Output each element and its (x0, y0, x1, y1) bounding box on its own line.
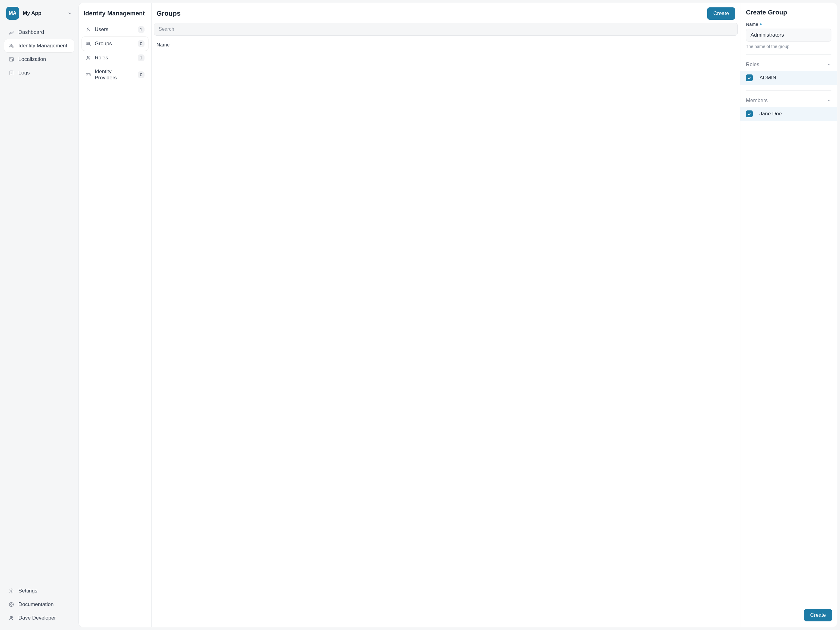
name-help: The name of the group (746, 44, 831, 49)
list-title: Groups (156, 9, 180, 17)
idp-icon (85, 72, 91, 78)
subnav-item-roles[interactable]: Roles 1 (82, 51, 148, 65)
count-badge: 1 (138, 26, 145, 33)
svg-rect-13 (86, 73, 90, 76)
required-indicator (760, 24, 762, 25)
app-logo: MA (6, 7, 19, 20)
subnav-item-groups[interactable]: Groups 0 (82, 36, 148, 51)
form-column: Create Group Name The name of the group … (741, 3, 837, 627)
subnav-item-users[interactable]: Users 1 (82, 22, 148, 36)
sidebar-item-identity-management[interactable]: Identity Management (4, 40, 74, 52)
submit-button[interactable]: Create (804, 609, 832, 621)
svg-point-5 (9, 602, 14, 606)
svg-point-10 (87, 43, 88, 44)
subnav-title: Identity Management (82, 7, 148, 22)
role-name: ADMIN (759, 75, 776, 81)
chevron-down-icon (827, 62, 831, 67)
sidebar-item-localization[interactable]: Localization (4, 53, 74, 66)
form-title: Create Group (741, 3, 837, 22)
sidebar-item-label: Documentation (19, 602, 54, 608)
roles-label: Roles (746, 62, 759, 68)
member-checkbox[interactable] (746, 111, 753, 117)
sidebar-item-settings[interactable]: Settings (4, 584, 74, 597)
group-icon (85, 41, 91, 46)
subnav-item-label: Users (95, 27, 134, 33)
members-section-header[interactable]: Members (741, 96, 837, 107)
svg-point-14 (87, 74, 88, 75)
table-header-name: Name (152, 38, 740, 52)
sidebar-item-label: Localization (19, 56, 46, 62)
sidebar-item-label: Settings (19, 588, 37, 594)
member-name: Jane Doe (759, 111, 782, 117)
subnav: Identity Management Users 1 Groups 0 Rol… (79, 3, 152, 627)
sidebar: MA My App Dashboard Identity Management … (0, 0, 78, 630)
divider (746, 90, 831, 91)
role-icon (85, 55, 91, 60)
main-card: Identity Management Users 1 Groups 0 Rol… (78, 3, 837, 627)
subnav-item-label: Groups (95, 41, 134, 47)
count-badge: 0 (138, 71, 145, 78)
svg-point-12 (87, 56, 89, 57)
check-icon (747, 76, 752, 80)
sidebar-item-dashboard[interactable]: Dashboard (4, 26, 74, 39)
logs-icon (9, 70, 14, 76)
name-label: Name (746, 22, 831, 27)
sidebar-item-logs[interactable]: Logs (4, 66, 74, 79)
svg-point-7 (10, 616, 12, 618)
sidebar-item-current-user[interactable]: Dave Developer (4, 611, 74, 624)
svg-point-0 (10, 44, 11, 46)
members-label: Members (746, 98, 768, 104)
chevron-down-icon (827, 98, 831, 103)
svg-point-1 (12, 44, 13, 45)
primary-nav: Dashboard Identity Management Localizati… (4, 26, 74, 79)
count-badge: 0 (138, 40, 145, 47)
user-icon (85, 27, 91, 32)
users-icon (9, 43, 14, 49)
sidebar-item-label: Dave Developer (19, 615, 56, 621)
list-header: Groups Create (152, 3, 740, 23)
gear-icon (9, 588, 14, 594)
member-row[interactable]: Jane Doe (741, 107, 837, 121)
subnav-item-identity-providers[interactable]: Identity Providers 0 (82, 65, 148, 85)
sidebar-item-label: Logs (19, 70, 30, 76)
svg-point-11 (88, 43, 90, 44)
dashboard-icon (9, 30, 14, 35)
svg-point-4 (11, 590, 12, 592)
app-name: My App (23, 10, 64, 16)
sidebar-item-documentation[interactable]: Documentation (4, 598, 74, 611)
name-label-text: Name (746, 22, 758, 27)
svg-point-9 (87, 28, 89, 29)
subnav-item-label: Roles (95, 55, 134, 61)
localization-icon (9, 57, 14, 62)
secondary-nav: Settings Documentation Dave Developer (4, 584, 74, 624)
create-button[interactable]: Create (707, 7, 735, 20)
divider (746, 54, 831, 55)
svg-point-6 (11, 603, 12, 605)
subnav-item-label: Identity Providers (95, 69, 134, 81)
app-switcher[interactable]: MA My App (4, 6, 74, 21)
chevron-down-icon (67, 11, 72, 16)
search-input[interactable] (154, 23, 737, 36)
roles-section-header[interactable]: Roles (741, 60, 837, 71)
list-column: Groups Create Name (152, 3, 741, 627)
sidebar-item-label: Dashboard (19, 29, 44, 35)
docs-icon (9, 602, 14, 607)
sidebar-item-label: Identity Management (19, 43, 67, 49)
role-checkbox[interactable] (746, 74, 753, 81)
svg-point-8 (12, 617, 13, 618)
user-icon (9, 615, 14, 621)
role-row[interactable]: ADMIN (741, 71, 837, 85)
count-badge: 1 (138, 54, 145, 61)
name-input[interactable] (746, 28, 831, 41)
check-icon (747, 112, 752, 116)
